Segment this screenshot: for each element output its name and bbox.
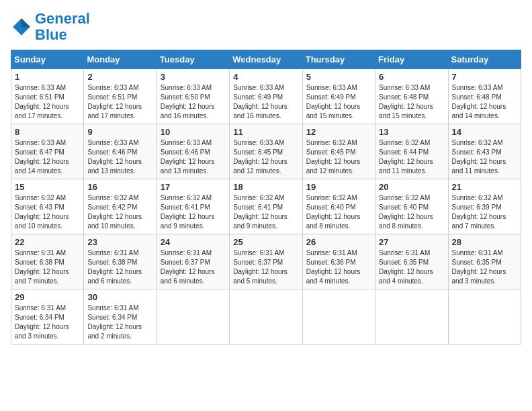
calendar-cell: 7Sunrise: 6:33 AMSunset: 6:48 PMDaylight… — [448, 69, 521, 124]
day-number: 22 — [15, 237, 80, 247]
day-number: 1 — [15, 72, 80, 82]
weekday-header-wednesday: Wednesday — [230, 50, 302, 69]
day-detail: Sunrise: 6:33 AMSunset: 6:51 PMDaylight:… — [87, 83, 152, 121]
calendar-cell: 12Sunrise: 6:32 AMSunset: 6:45 PMDayligh… — [302, 124, 375, 179]
calendar-cell: 5Sunrise: 6:33 AMSunset: 6:49 PMDaylight… — [302, 69, 375, 124]
calendar-cell — [375, 289, 448, 345]
day-number: 19 — [306, 182, 371, 192]
weekday-header-friday: Friday — [375, 50, 448, 69]
calendar-cell: 20Sunrise: 6:32 AMSunset: 6:40 PMDayligh… — [375, 179, 448, 234]
weekday-header-tuesday: Tuesday — [157, 50, 229, 69]
day-detail: Sunrise: 6:31 AMSunset: 6:36 PMDaylight:… — [306, 248, 371, 286]
day-detail: Sunrise: 6:33 AMSunset: 6:49 PMDaylight:… — [233, 83, 298, 121]
day-number: 2 — [87, 72, 152, 82]
day-detail: Sunrise: 6:32 AMSunset: 6:43 PMDaylight:… — [15, 193, 80, 231]
day-detail: Sunrise: 6:32 AMSunset: 6:45 PMDaylight:… — [306, 138, 371, 176]
day-detail: Sunrise: 6:32 AMSunset: 6:43 PMDaylight:… — [452, 138, 517, 176]
day-number: 24 — [161, 237, 226, 247]
calendar-table: SundayMondayTuesdayWednesdayThursdayFrid… — [11, 50, 521, 345]
day-number: 27 — [379, 237, 444, 247]
day-number: 8 — [15, 127, 80, 137]
calendar-cell — [230, 289, 302, 345]
calendar-cell: 29Sunrise: 6:31 AMSunset: 6:34 PMDayligh… — [11, 289, 84, 345]
day-detail: Sunrise: 6:31 AMSunset: 6:35 PMDaylight:… — [452, 248, 517, 286]
day-detail: Sunrise: 6:33 AMSunset: 6:46 PMDaylight:… — [161, 138, 226, 176]
day-detail: Sunrise: 6:31 AMSunset: 6:34 PMDaylight:… — [87, 304, 152, 341]
day-detail: Sunrise: 6:33 AMSunset: 6:51 PMDaylight:… — [15, 83, 80, 121]
day-detail: Sunrise: 6:31 AMSunset: 6:34 PMDaylight:… — [15, 304, 80, 341]
calendar-cell: 24Sunrise: 6:31 AMSunset: 6:37 PMDayligh… — [157, 234, 229, 289]
day-number: 18 — [233, 182, 298, 192]
day-detail: Sunrise: 6:33 AMSunset: 6:48 PMDaylight:… — [452, 83, 517, 121]
logo-text: General Blue — [35, 11, 90, 43]
day-number: 12 — [306, 127, 371, 137]
day-detail: Sunrise: 6:32 AMSunset: 6:41 PMDaylight:… — [161, 193, 226, 231]
calendar-cell: 22Sunrise: 6:31 AMSunset: 6:38 PMDayligh… — [11, 234, 84, 289]
calendar-cell: 9Sunrise: 6:33 AMSunset: 6:46 PMDaylight… — [84, 124, 157, 179]
day-number: 21 — [452, 182, 517, 192]
calendar-cell: 14Sunrise: 6:32 AMSunset: 6:43 PMDayligh… — [448, 124, 521, 179]
day-number: 29 — [15, 292, 80, 302]
calendar-cell — [448, 289, 521, 345]
calendar-cell: 15Sunrise: 6:32 AMSunset: 6:43 PMDayligh… — [11, 179, 84, 234]
calendar-cell: 27Sunrise: 6:31 AMSunset: 6:35 PMDayligh… — [375, 234, 448, 289]
day-number: 10 — [161, 127, 226, 137]
day-detail: Sunrise: 6:32 AMSunset: 6:40 PMDaylight:… — [379, 193, 444, 231]
day-detail: Sunrise: 6:31 AMSunset: 6:37 PMDaylight:… — [161, 248, 226, 286]
calendar-cell: 17Sunrise: 6:32 AMSunset: 6:41 PMDayligh… — [157, 179, 229, 234]
day-number: 30 — [87, 292, 152, 302]
logo-icon — [11, 16, 32, 38]
calendar-cell: 11Sunrise: 6:33 AMSunset: 6:45 PMDayligh… — [230, 124, 302, 179]
day-number: 3 — [161, 72, 226, 82]
calendar-cell: 23Sunrise: 6:31 AMSunset: 6:38 PMDayligh… — [84, 234, 157, 289]
calendar-cell: 1Sunrise: 6:33 AMSunset: 6:51 PMDaylight… — [11, 69, 84, 124]
calendar-cell: 30Sunrise: 6:31 AMSunset: 6:34 PMDayligh… — [84, 289, 157, 345]
day-number: 4 — [233, 72, 298, 82]
day-number: 13 — [379, 127, 444, 137]
day-detail: Sunrise: 6:33 AMSunset: 6:45 PMDaylight:… — [233, 138, 298, 176]
day-number: 16 — [87, 182, 152, 192]
day-number: 11 — [233, 127, 298, 137]
day-detail: Sunrise: 6:32 AMSunset: 6:39 PMDaylight:… — [452, 193, 517, 231]
day-number: 14 — [452, 127, 517, 137]
calendar-cell: 28Sunrise: 6:31 AMSunset: 6:35 PMDayligh… — [448, 234, 521, 289]
weekday-header-monday: Monday — [84, 50, 157, 69]
day-detail: Sunrise: 6:33 AMSunset: 6:47 PMDaylight:… — [15, 138, 80, 176]
calendar-cell: 4Sunrise: 6:33 AMSunset: 6:49 PMDaylight… — [230, 69, 302, 124]
calendar-cell — [157, 289, 229, 345]
day-number: 23 — [87, 237, 152, 247]
calendar-cell: 26Sunrise: 6:31 AMSunset: 6:36 PMDayligh… — [302, 234, 375, 289]
weekday-header-sunday: Sunday — [11, 50, 84, 69]
svg-marker-1 — [21, 18, 30, 27]
day-detail: Sunrise: 6:33 AMSunset: 6:48 PMDaylight:… — [379, 83, 444, 121]
day-number: 20 — [379, 182, 444, 192]
day-detail: Sunrise: 6:32 AMSunset: 6:42 PMDaylight:… — [87, 193, 152, 231]
calendar-cell: 19Sunrise: 6:32 AMSunset: 6:40 PMDayligh… — [302, 179, 375, 234]
weekday-header-thursday: Thursday — [302, 50, 375, 69]
day-detail: Sunrise: 6:33 AMSunset: 6:50 PMDaylight:… — [161, 83, 226, 121]
page-header: General Blue — [11, 11, 521, 43]
calendar-cell: 21Sunrise: 6:32 AMSunset: 6:39 PMDayligh… — [448, 179, 521, 234]
day-detail: Sunrise: 6:33 AMSunset: 6:49 PMDaylight:… — [306, 83, 371, 121]
day-number: 15 — [15, 182, 80, 192]
calendar-cell: 18Sunrise: 6:32 AMSunset: 6:41 PMDayligh… — [230, 179, 302, 234]
calendar-cell — [302, 289, 375, 345]
day-detail: Sunrise: 6:31 AMSunset: 6:35 PMDaylight:… — [379, 248, 444, 286]
day-number: 28 — [452, 237, 517, 247]
day-detail: Sunrise: 6:31 AMSunset: 6:38 PMDaylight:… — [87, 248, 152, 286]
day-number: 5 — [306, 72, 371, 82]
calendar-cell: 3Sunrise: 6:33 AMSunset: 6:50 PMDaylight… — [157, 69, 229, 124]
calendar-cell: 2Sunrise: 6:33 AMSunset: 6:51 PMDaylight… — [84, 69, 157, 124]
logo: General Blue — [11, 11, 90, 43]
day-number: 26 — [306, 237, 371, 247]
day-number: 7 — [452, 72, 517, 82]
calendar-cell: 8Sunrise: 6:33 AMSunset: 6:47 PMDaylight… — [11, 124, 84, 179]
day-detail: Sunrise: 6:31 AMSunset: 6:38 PMDaylight:… — [15, 248, 80, 286]
day-detail: Sunrise: 6:32 AMSunset: 6:40 PMDaylight:… — [306, 193, 371, 231]
calendar-cell: 10Sunrise: 6:33 AMSunset: 6:46 PMDayligh… — [157, 124, 229, 179]
day-number: 6 — [379, 72, 444, 82]
day-number: 9 — [87, 127, 152, 137]
day-detail: Sunrise: 6:33 AMSunset: 6:46 PMDaylight:… — [87, 138, 152, 176]
calendar-cell: 6Sunrise: 6:33 AMSunset: 6:48 PMDaylight… — [375, 69, 448, 124]
calendar-cell: 25Sunrise: 6:31 AMSunset: 6:37 PMDayligh… — [230, 234, 302, 289]
